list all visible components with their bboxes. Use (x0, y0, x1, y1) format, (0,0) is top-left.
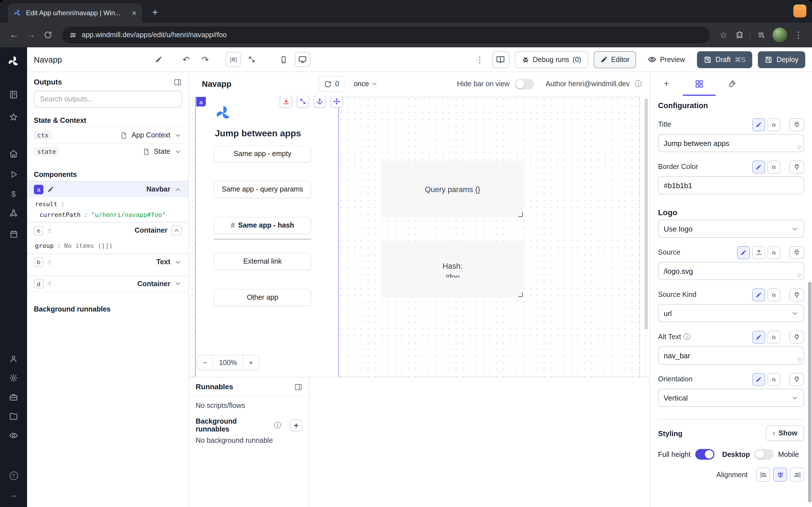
source-static-button[interactable] (737, 246, 750, 259)
tab-close-icon[interactable]: × (132, 9, 137, 17)
fullscreen-button[interactable] (244, 52, 259, 67)
title-static-button[interactable] (752, 118, 765, 131)
mobile-breakpoint-button[interactable] (276, 52, 292, 67)
collapse-panel-icon[interactable] (174, 78, 182, 86)
desktop-mobile-toggle[interactable] (755, 449, 774, 460)
chevron-down-icon[interactable] (174, 131, 182, 139)
debug-runs-button[interactable]: Debug runs(0) (515, 51, 588, 68)
component-row-container-e[interactable]: e ☝ Container (27, 222, 188, 238)
rail-settings-icon[interactable] (0, 374, 27, 383)
orientation-static-button[interactable] (752, 373, 765, 386)
rail-folders-icon[interactable] (0, 412, 27, 421)
nav-link-hash[interactable]: # Same app - hash (214, 217, 311, 234)
rename-pencil-icon[interactable] (152, 53, 166, 66)
tab-styling[interactable] (716, 72, 748, 96)
source-kind-select[interactable]: url (658, 304, 804, 322)
nav-link-query-params[interactable]: Same app - query params (214, 181, 311, 198)
chevron-down-icon[interactable] (174, 258, 182, 266)
edit-pencil-icon[interactable] (47, 186, 54, 193)
media-list-icon[interactable] (753, 27, 769, 43)
border-static-button[interactable] (752, 160, 765, 173)
deploy-button[interactable]: Deploy (758, 51, 805, 68)
windmill-logo[interactable] (0, 55, 27, 68)
hash-box[interactable]: Hash: #foo (381, 241, 524, 298)
rail-favorites-icon[interactable] (0, 113, 27, 122)
align-center-button[interactable] (773, 467, 787, 482)
toggle-panels-button[interactable]: |0| (225, 52, 241, 67)
search-outputs-input[interactable] (34, 91, 182, 108)
window-scrollbar[interactable] (808, 282, 811, 503)
query-params-box[interactable]: Query params {} (381, 161, 524, 218)
rail-variables-icon[interactable]: $ (0, 189, 27, 198)
schedule-select[interactable]: once (350, 80, 382, 88)
alt-static-button[interactable] (752, 330, 765, 343)
resize-handle[interactable] (518, 292, 523, 297)
orientation-fx-button[interactable]: fx (767, 373, 780, 386)
desktop-breakpoint-button[interactable] (295, 52, 310, 67)
source-upload-button[interactable] (752, 246, 765, 259)
draft-button[interactable]: Draft⌘S (697, 51, 753, 68)
title-input[interactable]: Jump between apps (658, 134, 804, 152)
title-connect-button[interactable] (790, 118, 804, 131)
rail-audit-icon[interactable] (0, 431, 27, 440)
nav-link-other-app[interactable]: Other app (214, 289, 311, 306)
border-color-input[interactable]: #b1b1b1 (658, 176, 804, 194)
add-background-runnable-button[interactable]: + (290, 419, 302, 432)
expand-to-bar-tool[interactable] (280, 96, 292, 108)
undo-button[interactable]: ↶ (179, 53, 193, 66)
rail-resources-icon[interactable] (0, 209, 27, 217)
redo-button[interactable]: ↷ (199, 53, 212, 66)
refresh-count-button[interactable]: 0 (319, 76, 345, 92)
show-styling-button[interactable]: ‹ Show (766, 425, 804, 441)
url-bar[interactable]: app.windmill.dev/apps/edit/u/henri/navap… (62, 26, 710, 43)
source-input[interactable]: /logo.svg (658, 262, 804, 280)
rail-help-icon[interactable]: ? (0, 471, 27, 480)
canvas-scrollbar[interactable] (645, 99, 648, 330)
info-icon[interactable]: ⓘ (683, 332, 691, 342)
use-logo-select[interactable]: Use logo (658, 220, 804, 238)
window-control-orange[interactable] (794, 4, 806, 17)
chevron-down-icon[interactable] (174, 280, 182, 287)
state-row[interactable]: state State (27, 143, 188, 159)
title-fx-button[interactable]: fx (767, 118, 780, 131)
expand-component-tool[interactable] (297, 96, 309, 108)
component-row-container-d[interactable]: d ☝ Container (27, 276, 188, 292)
nav-link-external[interactable]: External link (214, 253, 311, 270)
orientation-connect-button[interactable] (790, 373, 804, 386)
hide-bar-toggle[interactable] (515, 78, 534, 89)
browser-tab[interactable]: Edit App u/henri/navapp | Win... × (8, 3, 142, 22)
component-row-navbar[interactable]: a Navbar (27, 181, 188, 197)
tab-component-settings[interactable] (683, 72, 716, 96)
rail-home-icon[interactable] (0, 149, 27, 158)
back-button[interactable]: ← (6, 26, 22, 43)
border-connect-button[interactable] (790, 160, 804, 173)
preview-tab-button[interactable]: Preview (642, 51, 691, 68)
rail-runs-icon[interactable] (0, 170, 27, 179)
move-component-tool[interactable] (331, 96, 343, 108)
alt-fx-button[interactable]: fx (767, 330, 780, 343)
new-tab-button[interactable]: + (148, 5, 162, 20)
chevron-up-icon[interactable] (174, 186, 182, 193)
extensions-icon[interactable] (731, 27, 747, 43)
anchor-component-tool[interactable] (313, 96, 326, 108)
zoom-in-button[interactable]: + (243, 355, 259, 370)
full-height-toggle[interactable] (695, 449, 714, 460)
orientation-select[interactable]: Vertical (658, 389, 804, 407)
border-fx-button[interactable]: fx (767, 160, 780, 173)
rail-users-icon[interactable] (0, 354, 27, 363)
bookmark-star-icon[interactable]: ☆ (716, 27, 731, 43)
collapse-panel-icon[interactable] (294, 383, 302, 391)
navbar-component-selected[interactable] (195, 97, 339, 377)
source-kind-static-button[interactable] (752, 288, 765, 301)
source-fx-button[interactable]: fx (767, 246, 780, 259)
alt-connect-button[interactable] (790, 330, 804, 343)
ctx-row[interactable]: ctx App Context (27, 127, 188, 143)
source-kind-fx-button[interactable]: fx (767, 288, 780, 301)
site-settings-icon[interactable] (69, 31, 77, 39)
component-row-text-b[interactable]: b ☝ Text (27, 253, 188, 270)
rail-workers-icon[interactable] (0, 393, 27, 402)
info-icon[interactable]: ⓘ (274, 420, 281, 430)
chevron-down-icon[interactable] (174, 148, 182, 155)
more-menu-icon[interactable]: ⋮ (473, 53, 487, 66)
align-right-button[interactable] (790, 467, 804, 482)
